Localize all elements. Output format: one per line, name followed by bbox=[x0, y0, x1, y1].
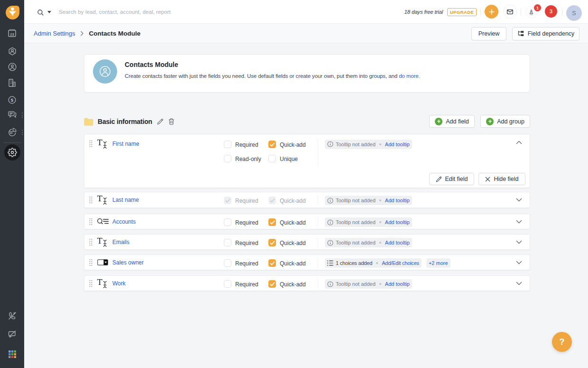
field-row-accounts: Accounts Required Quick-add Tooltip not … bbox=[84, 214, 530, 229]
field-label[interactable]: Accounts bbox=[112, 218, 136, 225]
alert-count-button[interactable]: 3 bbox=[545, 5, 557, 18]
add-edit-choices-link[interactable]: Add/Edit choices bbox=[382, 260, 419, 266]
info-icon bbox=[327, 219, 333, 226]
funnel-person-icon bbox=[8, 7, 18, 18]
expand-chevron-icon[interactable] bbox=[516, 281, 522, 285]
add-tooltip-link[interactable]: Add tooltip bbox=[385, 219, 410, 225]
preview-button[interactable]: Preview bbox=[471, 27, 506, 40]
checkmark-icon bbox=[225, 198, 230, 203]
text-field-type-icon: T bbox=[97, 139, 110, 149]
topbar: Search by lead, contact, account, deal, … bbox=[24, 0, 588, 24]
drag-handle-icon[interactable] bbox=[89, 197, 92, 204]
apps-grid-icon[interactable] bbox=[0, 350, 24, 359]
conversations-icon[interactable] bbox=[0, 111, 24, 118]
required-checkbox[interactable] bbox=[224, 280, 231, 288]
quick-add-label: Quick-add bbox=[280, 198, 306, 204]
expand-chevron-icon[interactable] bbox=[516, 219, 522, 224]
vertical-divider bbox=[318, 195, 318, 206]
quick-add-checkbox[interactable] bbox=[268, 141, 276, 148]
add-group-button[interactable]: Add group bbox=[480, 115, 530, 128]
module-description: Create contacts faster with just the fie… bbox=[125, 73, 420, 79]
search-input[interactable]: Search by lead, contact, account, deal, … bbox=[59, 9, 171, 15]
leads-icon[interactable] bbox=[0, 47, 24, 56]
unique-checkbox[interactable] bbox=[268, 155, 276, 162]
field-label[interactable]: Last name bbox=[112, 197, 139, 203]
drag-handle-icon[interactable] bbox=[89, 140, 92, 147]
search-scope-caret-icon[interactable] bbox=[47, 11, 51, 13]
hide-field-button[interactable]: Hide field bbox=[478, 173, 525, 185]
folder-icon bbox=[84, 118, 93, 126]
required-checkbox[interactable] bbox=[224, 218, 231, 226]
delete-group-icon[interactable] bbox=[168, 118, 175, 125]
module-card: Contacts Module Create contacts faster w… bbox=[84, 54, 530, 93]
add-tooltip-link[interactable]: Add tooltip bbox=[385, 281, 410, 287]
search-icon[interactable] bbox=[37, 9, 44, 16]
expand-chevron-icon[interactable] bbox=[516, 198, 522, 202]
group-header: Basic information bbox=[84, 115, 175, 128]
edit-group-icon[interactable] bbox=[157, 118, 164, 125]
more-choices-pill[interactable]: +2 more bbox=[426, 258, 450, 268]
required-checkbox[interactable] bbox=[224, 259, 231, 267]
field-row-sales-owner: Sales owner Required Quick-add 1 choices… bbox=[84, 255, 530, 270]
vertical-divider bbox=[318, 258, 318, 268]
read-only-checkbox[interactable] bbox=[224, 155, 231, 162]
required-checkbox[interactable] bbox=[224, 239, 231, 246]
conversations-more-icon[interactable] bbox=[21, 113, 23, 118]
field-dependency-button[interactable]: Field dependency bbox=[512, 27, 579, 40]
accounts-icon[interactable] bbox=[0, 78, 24, 87]
breadcrumb: Admin Settings Contacts Module bbox=[34, 24, 140, 43]
checkmark-icon bbox=[270, 261, 275, 265]
upgrade-button[interactable]: UPGRADE bbox=[447, 8, 477, 16]
contacts-icon[interactable] bbox=[0, 63, 24, 71]
required-checkbox[interactable] bbox=[224, 141, 231, 148]
drag-handle-icon[interactable] bbox=[89, 280, 92, 287]
add-field-button[interactable]: Add field bbox=[429, 115, 475, 128]
expand-chevron-icon[interactable] bbox=[516, 260, 522, 264]
field-dependency-label: Field dependency bbox=[528, 30, 575, 37]
dot-separator bbox=[379, 283, 381, 285]
field-label[interactable]: Work bbox=[112, 280, 126, 287]
quick-add-checkbox[interactable] bbox=[268, 259, 276, 267]
quick-add-checkbox[interactable] bbox=[268, 280, 276, 288]
envelope-icon bbox=[507, 9, 513, 14]
quick-add-label: Quick-add bbox=[280, 281, 306, 288]
plus-icon bbox=[488, 9, 495, 15]
expand-chevron-icon[interactable] bbox=[516, 240, 522, 244]
settings-icon-active[interactable] bbox=[4, 144, 20, 160]
analytics-more-icon[interactable] bbox=[21, 130, 23, 135]
svg-text:$: $ bbox=[10, 98, 13, 103]
add-tooltip-link[interactable]: Add tooltip bbox=[385, 240, 410, 245]
deals-icon[interactable]: $ bbox=[0, 96, 24, 104]
campaigns-disabled-icon[interactable] bbox=[0, 329, 24, 339]
dot-separator bbox=[379, 221, 381, 223]
field-label[interactable]: Emails bbox=[112, 239, 129, 245]
drag-handle-icon[interactable] bbox=[89, 218, 92, 225]
add-tooltip-link[interactable]: Add tooltip bbox=[385, 198, 410, 203]
collapse-chevron-icon[interactable] bbox=[516, 141, 522, 145]
calendar-icon[interactable]: 23 bbox=[0, 28, 24, 38]
hide-field-label: Hide field bbox=[494, 176, 518, 182]
email-button[interactable] bbox=[503, 5, 517, 19]
drag-handle-icon[interactable] bbox=[89, 238, 92, 245]
edit-field-button[interactable]: Edit field bbox=[429, 173, 474, 185]
phone-disabled-icon[interactable] bbox=[0, 311, 24, 321]
breadcrumb-admin-settings[interactable]: Admin Settings bbox=[34, 30, 75, 37]
required-label: Required bbox=[235, 281, 258, 288]
main-content: Contacts Module Create contacts faster w… bbox=[24, 43, 588, 368]
quick-add-button[interactable] bbox=[485, 5, 498, 19]
drag-handle-icon[interactable] bbox=[89, 259, 92, 266]
add-tooltip-link[interactable]: Add tooltip bbox=[385, 142, 410, 147]
analytics-icon[interactable] bbox=[0, 128, 24, 136]
list-icon bbox=[327, 260, 333, 266]
user-avatar[interactable]: S bbox=[566, 5, 582, 21]
quick-add-checkbox[interactable] bbox=[268, 239, 276, 246]
field-label[interactable]: Sales owner bbox=[112, 259, 144, 266]
do-more-link[interactable]: do more. bbox=[399, 73, 420, 79]
freshsales-logo[interactable] bbox=[6, 6, 19, 19]
svg-text:T: T bbox=[97, 279, 103, 287]
quick-add-checkbox[interactable] bbox=[268, 218, 276, 226]
help-button[interactable]: ? bbox=[552, 332, 572, 352]
vertical-divider bbox=[318, 139, 318, 167]
add-field-label: Add field bbox=[446, 118, 469, 125]
field-label[interactable]: First name bbox=[112, 141, 139, 147]
